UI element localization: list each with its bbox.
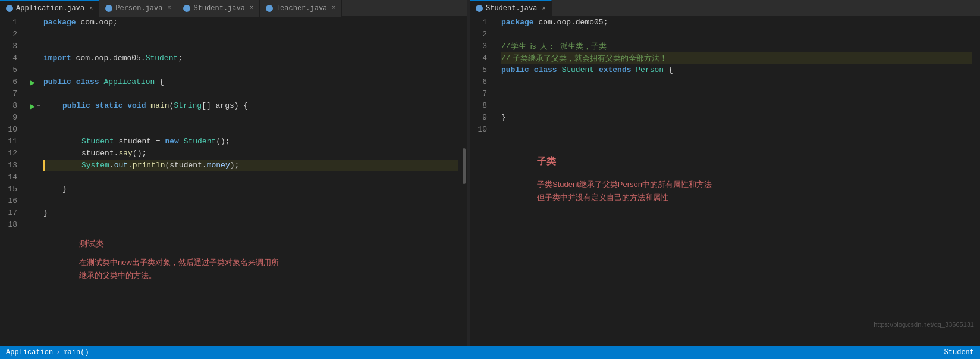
left-editor-content: 1 2 3 4 5 6 7 8 9 10 11 12 13 14 15 16 1 <box>0 17 467 346</box>
tab-teacher-java[interactable]: Teacher.java × <box>260 0 342 17</box>
left-scrollbar[interactable] <box>458 17 467 346</box>
tab-label: Student.java <box>193 4 244 13</box>
r-code-line-1: package com.oop.demo05; <box>501 17 972 29</box>
tab-person-java[interactable]: Person.java × <box>99 0 177 17</box>
right-line-numbers: 1 2 3 4 5 6 7 8 9 10 <box>470 17 497 346</box>
r-code-line-4: // 子类继承了父类，就会拥有父类的全部方法！ <box>501 52 972 64</box>
tab-label: Student.java <box>486 4 537 13</box>
status-right: Student <box>944 348 974 357</box>
c-icon <box>476 5 483 12</box>
c-icon <box>266 5 273 12</box>
code-line-17: } <box>43 207 458 219</box>
status-bar: Application › main() Student <box>0 346 980 359</box>
code-line-13: System.out.println(student.money); <box>43 160 458 171</box>
code-line-5 <box>43 64 458 76</box>
status-breadcrumb-left: Application <box>6 348 53 357</box>
left-tab-bar: Application.java × Person.java × Student… <box>0 0 467 17</box>
right-tab-bar: Student.java × <box>470 0 980 17</box>
code-line-7 <box>43 88 458 100</box>
code-line-6: public class Application { <box>43 76 458 88</box>
left-gutter: ▶ ▶ − − <box>27 17 39 346</box>
code-line-18 <box>43 219 458 231</box>
code-line-9 <box>43 112 458 124</box>
tab-close-icon[interactable]: × <box>89 5 93 12</box>
tab-label: Application.java <box>16 4 84 13</box>
code-line-12: student.say(); <box>43 148 458 160</box>
code-line-2 <box>43 29 458 40</box>
tab-student-java-left[interactable]: Student.java × <box>177 0 259 17</box>
code-line-16 <box>43 195 458 207</box>
code-line-15: } <box>43 183 458 195</box>
run-icon-line6[interactable]: ▶ <box>27 76 39 88</box>
left-code-area[interactable]: package com.oop; import com.oop.demo05.S… <box>39 17 458 346</box>
c-icon <box>6 5 13 12</box>
status-method-left: main() <box>63 348 89 357</box>
tab-close-icon[interactable]: × <box>542 5 545 12</box>
r-code-line-7 <box>501 88 972 100</box>
scroll-thumb <box>463 148 466 184</box>
r-code-line-5: public class Student extends Person { <box>501 64 972 76</box>
code-line-10 <box>43 124 458 136</box>
code-line-1: package com.oop; <box>43 17 458 29</box>
tab-close-icon[interactable]: × <box>332 5 335 11</box>
left-annotation-body: 在测试类中new出子类对象，然后通过子类对象名来调用所继承的父类中的方法。 <box>79 256 458 282</box>
code-line-8: public static void main(String[] args) { <box>43 100 458 112</box>
code-line-11: Student student = new Student(); <box>43 136 458 148</box>
tab-label: Teacher.java <box>276 4 327 13</box>
tab-application-java[interactable]: Application.java × <box>0 0 99 17</box>
tab-close-icon[interactable]: × <box>167 5 171 11</box>
left-annotation-title: 测试类 <box>79 237 458 250</box>
c-icon <box>183 5 190 12</box>
right-scrollbar[interactable] <box>972 17 980 346</box>
r-code-line-9: } <box>501 112 972 124</box>
left-annotation: 测试类 在测试类中new出子类对象，然后通过子类对象名来调用所继承的父类中的方法… <box>43 237 458 283</box>
tab-label: Person.java <box>115 4 162 13</box>
watermark: https://blog.csdn.net/qq_33665131 <box>874 321 974 328</box>
r-code-line-3: //学生 is 人： 派生类，子类 <box>501 40 972 52</box>
tab-student-java-right[interactable]: Student.java × <box>470 0 552 17</box>
tab-close-icon[interactable]: × <box>250 5 253 11</box>
right-annotation-body: 子类Student继承了父类Person中的所有属性和方法但子类中并没有定义自己… <box>537 178 972 204</box>
code-line-14 <box>43 171 458 183</box>
code-line-3 <box>43 40 458 52</box>
c-icon <box>105 5 112 12</box>
r-code-line-10 <box>501 124 972 136</box>
right-code-area[interactable]: package com.oop.demo05; //学生 is 人： 派生类，子… <box>497 17 972 346</box>
breadcrumb-separator: › <box>56 348 60 357</box>
r-code-line-6 <box>501 76 972 88</box>
r-code-line-8 <box>501 100 972 112</box>
run-triangle-icon[interactable]: ▶ <box>30 77 35 88</box>
left-line-numbers: 1 2 3 4 5 6 7 8 9 10 11 12 13 14 15 16 1 <box>0 17 27 346</box>
code-line-4: import com.oop.demo05.Student; <box>43 52 458 64</box>
right-editor-content: 1 2 3 4 5 6 7 8 9 10 package com.oop.dem… <box>470 17 980 346</box>
right-annotation: 子类 子类Student继承了父类Person中的所有属性和方法但子类中并没有定… <box>501 154 972 204</box>
right-annotation-title: 子类 <box>537 154 972 169</box>
r-code-line-2 <box>501 29 972 40</box>
line-marker <box>43 160 45 171</box>
run-triangle-icon[interactable]: ▶ <box>30 101 35 111</box>
